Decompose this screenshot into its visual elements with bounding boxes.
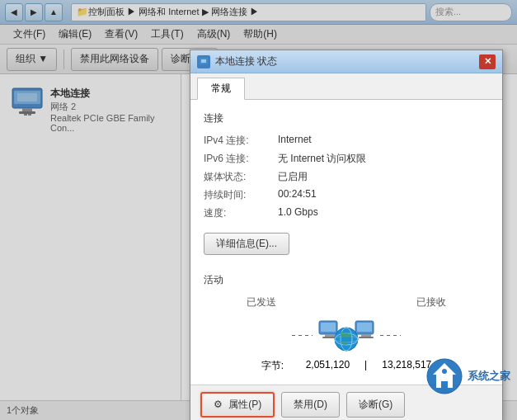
sent-label: 已发送 [247, 295, 276, 309]
watermark: 系统之家 [411, 356, 510, 397]
svg-rect-8 [201, 59, 206, 63]
ipv6-value: 无 Internet 访问权限 [278, 152, 366, 166]
connection-info-rows: IPv4 连接: Internet IPv6 连接: 无 Internet 访问… [204, 134, 489, 220]
dialog-title-icon [197, 55, 210, 68]
dialog-tabs: 常规 [190, 73, 502, 100]
tab-general[interactable]: 常规 [197, 78, 245, 100]
svg-rect-15 [361, 334, 371, 337]
activity-direction-labels: 已发送 已接收 [204, 295, 489, 309]
activity-icon-row [204, 314, 489, 356]
ipv4-row: IPv4 连接: Internet [204, 134, 489, 148]
activity-title: 活动 [204, 273, 489, 287]
sent-line [292, 335, 313, 336]
ipv4-value: Internet [278, 134, 312, 148]
properties-button[interactable]: ⚙ 属性(P) [200, 392, 275, 418]
dialog-titlebar: 本地连接 状态 ✕ [190, 50, 502, 73]
svg-rect-16 [359, 337, 374, 338]
duration-label: 持续时间: [204, 188, 278, 202]
recv-line [380, 335, 401, 336]
sent-bytes: 2,051,120 [292, 359, 350, 373]
network-computers-icon [317, 314, 375, 356]
ipv6-label: IPv6 连接: [204, 152, 278, 166]
dialog-content: 连接 IPv4 连接: Internet IPv6 连接: 无 Internet… [190, 100, 502, 385]
media-label: 媒体状态: [204, 170, 278, 184]
speed-value: 1.0 Gbps [278, 206, 318, 220]
svg-point-23 [442, 369, 447, 374]
disable-button[interactable]: 禁用(D) [281, 392, 340, 418]
speed-row: 速度: 1.0 Gbps [204, 206, 489, 220]
media-row: 媒体状态: 已启用 [204, 170, 489, 184]
dialog-close-button[interactable]: ✕ [479, 54, 496, 69]
duration-row: 持续时间: 00:24:51 [204, 188, 489, 202]
connection-section-title: 连接 [204, 111, 489, 125]
watermark-logo [426, 358, 463, 394]
watermark-text: 系统之家 [468, 369, 510, 384]
dialog-title: 本地连接 状态 [215, 54, 479, 68]
recv-label: 已接收 [416, 295, 446, 309]
speed-label: 速度: [204, 206, 278, 220]
media-value: 已启用 [278, 170, 308, 184]
ipv6-row: IPv6 连接: 无 Internet 访问权限 [204, 152, 489, 166]
diagnose-dialog-button[interactable]: 诊断(G) [346, 392, 405, 418]
ipv4-label: IPv4 连接: [204, 134, 278, 148]
svg-rect-14 [357, 323, 372, 332]
svg-rect-10 [321, 323, 336, 332]
svg-point-17 [335, 328, 358, 351]
bytes-label: 字节: [261, 359, 284, 373]
detail-button[interactable]: 详细信息(E)... [204, 233, 289, 255]
duration-value: 00:24:51 [278, 188, 317, 202]
properties-icon: ⚙ [214, 399, 223, 410]
svg-rect-11 [325, 334, 335, 337]
